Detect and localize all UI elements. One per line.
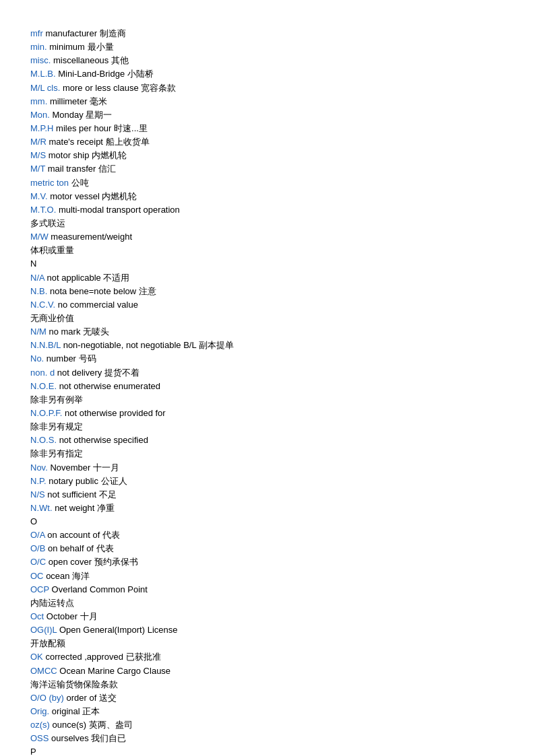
list-item: M/W measurement/weight	[30, 230, 505, 244]
list-item: N.O.P.F. not otherwise provided for	[30, 407, 505, 420]
description: original	[52, 706, 80, 716]
list-item: N/M no mark 无唛头	[30, 325, 505, 339]
description: nota bene=note below	[50, 286, 136, 296]
list-item: N.C.V. no commercial value	[30, 298, 505, 312]
list-item: 除非另有例举	[30, 393, 505, 407]
chinese-translation: 其他	[111, 55, 129, 65]
continuation-text: 多式联运	[30, 218, 65, 228]
description: Overland Common Point	[52, 584, 148, 594]
chinese-translation: 代表	[96, 543, 114, 553]
abbreviation: Mon.	[30, 110, 50, 120]
chinese-translation: 宽容条款	[141, 83, 176, 93]
description: more or less clause	[63, 83, 139, 93]
abbreviation: N.B.	[30, 286, 47, 296]
description: not delivery	[57, 368, 102, 378]
list-item: 开放配额	[30, 637, 505, 650]
list-item: N.Wt. net weight 净重	[30, 502, 505, 515]
abbreviation: No.	[30, 353, 44, 364]
abbreviation: non. d	[30, 368, 55, 378]
list-item: O/C open cover 预约承保书	[30, 555, 505, 569]
description: multi-modal transport operation	[59, 205, 180, 215]
list-item: mm. millimeter 毫米	[30, 95, 505, 108]
description: non-negotiable, not negotiable B/L	[63, 340, 197, 350]
abbreviation: min.	[30, 42, 47, 52]
abbreviation: M.L.B.	[30, 69, 56, 79]
list-item: N.N.B/L non-negotiable, not negotiable B…	[30, 339, 505, 352]
chinese-translation: 送交	[99, 693, 117, 703]
abbreviation: OK	[30, 652, 43, 662]
list-item: P	[30, 745, 505, 756]
list-item: OMCC Ocean Marine Cargo Clause	[30, 664, 505, 678]
list-item: N.P. notary public 公证人	[30, 475, 505, 488]
description: miscellaneous	[53, 55, 108, 65]
description: corrected ,approved	[45, 652, 123, 662]
chinese-translation: 毫米	[90, 96, 107, 106]
chinese-translation: 船上收货单	[106, 137, 150, 147]
description: open cover	[49, 557, 92, 567]
abbreviation: O/C	[30, 557, 46, 567]
list-item: N/A not applicable 不适用	[30, 271, 505, 285]
abbreviation: mfr	[30, 28, 43, 38]
abbreviation: metric ton	[30, 178, 69, 188]
description: not otherwise specified	[59, 435, 148, 445]
abbreviation: M.T.O.	[30, 205, 56, 215]
abbreviation: N.P.	[30, 476, 46, 486]
chinese-translation: 公吨	[71, 178, 89, 188]
abbreviation: N/M	[30, 327, 46, 337]
continuation-text: 无商业价值	[30, 313, 74, 323]
description: no mark	[49, 327, 80, 337]
list-item: M.L.B. Mini-Land-Bridge 小陆桥	[30, 67, 505, 81]
list-item: 无商业价值	[30, 312, 505, 325]
list-item: M/T mail transfer 信汇	[30, 162, 505, 176]
chinese-translation: 星期一	[86, 110, 112, 120]
description: Ocean Marine Cargo Clause	[59, 666, 170, 676]
chinese-translation: 我们自已	[91, 733, 126, 743]
description: miles per hour	[56, 123, 111, 133]
section-letter: P	[30, 747, 36, 756]
continuation-text: 体积或重量	[30, 245, 74, 255]
list-item: N	[30, 257, 505, 271]
chinese-translation: 号码	[79, 353, 96, 364]
description: not sufficient	[47, 489, 96, 500]
abbreviation: M/T	[30, 164, 45, 174]
chinese-translation: 十一月	[93, 462, 119, 473]
list-item: Oct October 十月	[30, 610, 505, 623]
chinese-translation: 内燃机轮	[102, 191, 137, 201]
chinese-translation: 制造商	[100, 28, 126, 38]
list-item: 除非另有指定	[30, 447, 505, 460]
abbreviation: O/O (by)	[30, 693, 64, 703]
description: manufacturer	[45, 28, 97, 38]
list-item: M/L cls. more or less clause 宽容条款	[30, 81, 505, 95]
description: measurement/weight	[51, 232, 132, 242]
list-item: N.B. nota bene=note below 注意	[30, 285, 505, 298]
list-item: misc. miscellaneous 其他	[30, 54, 505, 67]
continuation-text: 海洋运输货物保险条款	[30, 679, 118, 689]
abbreviation: M/W	[30, 232, 49, 242]
description: Monday	[53, 110, 84, 120]
description: order of	[66, 693, 96, 703]
description: motor ship	[49, 150, 90, 160]
chinese-translation: 净重	[97, 503, 115, 513]
list-item: oz(s) ounce(s) 英两、盎司	[30, 718, 505, 732]
chinese-translation: 最小量	[88, 42, 114, 52]
list-item: mfr manufacturer 制造商	[30, 27, 505, 40]
chinese-translation: 小陆桥	[127, 69, 154, 79]
description: on account of	[47, 530, 100, 540]
abbreviation: N/S	[30, 489, 45, 500]
abbreviation: M/R	[30, 137, 46, 147]
list-item: Orig. original 正本	[30, 705, 505, 718]
list-item: N/S not sufficient 不足	[30, 488, 505, 502]
abbreviation: M.P.H	[30, 123, 53, 133]
list-item: M/R mate's receipt 船上收货单	[30, 135, 505, 149]
list-item: 海洋运输货物保险条款	[30, 678, 505, 691]
list-item: 除非另有规定	[30, 420, 505, 434]
abbreviation: N.O.E.	[30, 381, 57, 391]
abbreviation: OCP	[30, 584, 49, 594]
list-item: O/O (by) order of 送交	[30, 691, 505, 705]
chinese-translation: 无唛头	[83, 327, 109, 337]
list-item: Nov. November 十一月	[30, 461, 505, 475]
list-item: O	[30, 515, 505, 528]
list-item: M.V. motor vessel 内燃机轮	[30, 190, 505, 203]
list-item: OSS ourselves 我们自已	[30, 732, 505, 745]
abbreviation: oz(s)	[30, 720, 50, 730]
